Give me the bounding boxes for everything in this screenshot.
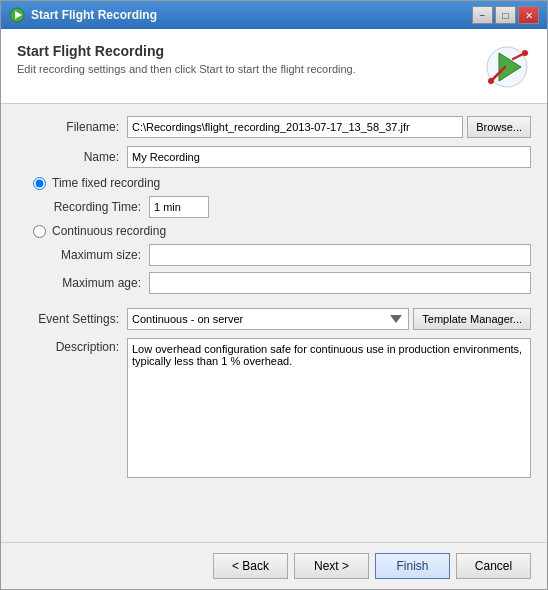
next-button[interactable]: Next > bbox=[294, 553, 369, 579]
dialog-icon bbox=[9, 7, 25, 23]
max-age-label: Maximum age: bbox=[49, 276, 149, 290]
max-size-row: Maximum size: bbox=[49, 244, 531, 266]
max-size-input[interactable] bbox=[149, 244, 531, 266]
time-fixed-row: Time fixed recording bbox=[33, 176, 531, 190]
event-settings-select[interactable]: Continuous - on server bbox=[127, 308, 409, 330]
dialog-subtitle: Edit recording settings and then click S… bbox=[17, 63, 356, 75]
template-manager-button[interactable]: Template Manager... bbox=[413, 308, 531, 330]
continuous-row: Continuous recording bbox=[33, 224, 531, 238]
dialog-header: Start Flight Recording Edit recording se… bbox=[1, 29, 547, 104]
time-fixed-radio[interactable] bbox=[33, 177, 46, 190]
recording-time-label: Recording Time: bbox=[49, 200, 149, 214]
event-settings-row: Event Settings: Continuous - on server T… bbox=[17, 308, 531, 330]
maximize-button[interactable]: □ bbox=[495, 6, 516, 24]
filename-label: Filename: bbox=[17, 120, 127, 134]
title-bar-text: Start Flight Recording bbox=[31, 8, 157, 22]
finish-button[interactable]: Finish bbox=[375, 553, 450, 579]
name-input[interactable] bbox=[127, 146, 531, 168]
description-textarea[interactable] bbox=[127, 338, 531, 478]
event-settings-label: Event Settings: bbox=[17, 312, 127, 326]
recording-time-input[interactable] bbox=[149, 196, 209, 218]
name-row: Name: bbox=[17, 146, 531, 168]
dialog-window: Start Flight Recording − □ ✕ Start Fligh… bbox=[0, 0, 548, 590]
continuous-label[interactable]: Continuous recording bbox=[52, 224, 166, 238]
title-bar-left: Start Flight Recording bbox=[9, 7, 157, 23]
header-text: Start Flight Recording Edit recording se… bbox=[17, 43, 356, 75]
svg-point-7 bbox=[522, 50, 528, 56]
filename-input[interactable] bbox=[127, 116, 463, 138]
title-bar-controls: − □ ✕ bbox=[472, 6, 539, 24]
minimize-button[interactable]: − bbox=[472, 6, 493, 24]
name-label: Name: bbox=[17, 150, 127, 164]
description-row: Description: bbox=[17, 338, 531, 478]
svg-point-6 bbox=[488, 78, 494, 84]
recording-time-row: Recording Time: bbox=[49, 196, 531, 218]
description-label: Description: bbox=[17, 338, 127, 354]
back-button[interactable]: < Back bbox=[213, 553, 288, 579]
continuous-radio[interactable] bbox=[33, 225, 46, 238]
divider bbox=[17, 300, 531, 308]
max-age-input[interactable] bbox=[149, 272, 531, 294]
dialog-footer: < Back Next > Finish Cancel bbox=[1, 542, 547, 589]
time-fixed-label[interactable]: Time fixed recording bbox=[52, 176, 160, 190]
title-bar: Start Flight Recording − □ ✕ bbox=[1, 1, 547, 29]
cancel-button[interactable]: Cancel bbox=[456, 553, 531, 579]
dialog-title: Start Flight Recording bbox=[17, 43, 356, 59]
filename-row: Filename: Browse... bbox=[17, 116, 531, 138]
max-age-row: Maximum age: bbox=[49, 272, 531, 294]
dialog-body: Filename: Browse... Name: Time fixed rec… bbox=[1, 104, 547, 542]
flight-recording-icon bbox=[483, 43, 531, 91]
browse-button[interactable]: Browse... bbox=[467, 116, 531, 138]
max-size-label: Maximum size: bbox=[49, 248, 149, 262]
close-button[interactable]: ✕ bbox=[518, 6, 539, 24]
header-icon bbox=[483, 43, 531, 91]
